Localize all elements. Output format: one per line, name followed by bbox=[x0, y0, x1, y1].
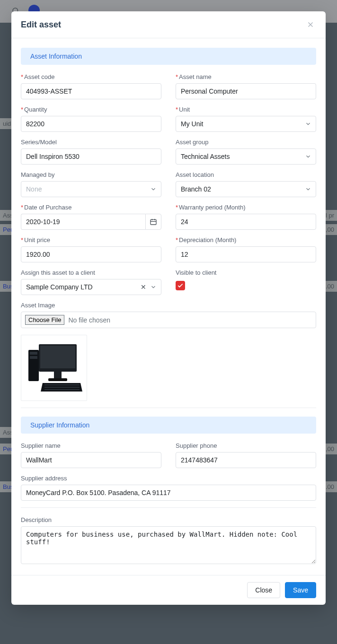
calendar-icon[interactable] bbox=[145, 214, 161, 230]
unit-price-label: *Unit price bbox=[21, 236, 161, 244]
asset-image-file-input[interactable]: Choose File No file chosen bbox=[21, 312, 316, 328]
modal-title: Edit asset bbox=[21, 20, 61, 30]
section-supplier-information: Supplier Information bbox=[21, 417, 316, 434]
depreciation-label: *Depreciation (Month) bbox=[176, 236, 316, 244]
description-label: Description bbox=[21, 516, 316, 523]
assign-client-label: Assign this asset to a client bbox=[21, 269, 161, 276]
svg-rect-4 bbox=[151, 219, 156, 225]
modal-footer: Close Save bbox=[11, 575, 326, 605]
visible-to-client-checkbox[interactable] bbox=[176, 281, 185, 290]
quantity-input[interactable] bbox=[21, 116, 161, 132]
managed-by-label: Managed by bbox=[21, 171, 161, 178]
section-asset-information: Asset Information bbox=[21, 48, 316, 65]
edit-asset-modal: Edit asset Asset Information *Asset code… bbox=[11, 11, 326, 605]
svg-rect-13 bbox=[30, 352, 37, 355]
close-icon[interactable] bbox=[305, 19, 316, 30]
svg-rect-11 bbox=[48, 378, 67, 381]
quantity-label: *Quantity bbox=[21, 106, 161, 113]
supplier-address-label: Supplier address bbox=[21, 475, 316, 482]
asset-location-select[interactable]: Branch 02 bbox=[176, 181, 316, 197]
choose-file-button[interactable]: Choose File bbox=[25, 315, 64, 325]
asset-name-input[interactable] bbox=[176, 83, 316, 99]
modal-header: Edit asset bbox=[11, 11, 326, 38]
modal-body: Asset Information *Asset code *Asset nam… bbox=[11, 38, 326, 575]
supplier-phone-label: Supplier phone bbox=[176, 442, 316, 449]
svg-rect-9 bbox=[40, 346, 75, 368]
description-textarea[interactable] bbox=[21, 526, 316, 564]
chevron-down-icon bbox=[150, 284, 157, 290]
close-button[interactable]: Close bbox=[247, 582, 280, 598]
section-divider bbox=[21, 408, 316, 408]
file-status-text: No file chosen bbox=[68, 316, 110, 324]
asset-group-label: Asset group bbox=[176, 139, 316, 146]
clear-icon[interactable]: ✕ bbox=[141, 283, 146, 291]
unit-label: *Unit bbox=[176, 106, 316, 113]
unit-select[interactable]: My Unit bbox=[176, 116, 316, 132]
svg-rect-14 bbox=[30, 356, 37, 359]
warranty-period-input[interactable] bbox=[176, 214, 316, 230]
visible-to-client-label: Visible to client bbox=[176, 269, 316, 276]
supplier-name-input[interactable] bbox=[21, 452, 161, 468]
managed-by-select[interactable]: None bbox=[21, 181, 161, 197]
date-of-purchase-input[interactable] bbox=[21, 214, 145, 230]
date-of-purchase-label: *Date of Purchase bbox=[21, 204, 161, 211]
section-divider bbox=[21, 507, 316, 508]
series-model-input[interactable] bbox=[21, 148, 161, 165]
supplier-name-label: Supplier name bbox=[21, 442, 161, 449]
asset-group-select[interactable]: Technical Assets bbox=[176, 148, 316, 165]
save-button[interactable]: Save bbox=[285, 582, 316, 598]
asset-image-label: Asset Image bbox=[21, 302, 316, 309]
asset-name-label: *Asset name bbox=[176, 73, 316, 80]
supplier-address-input[interactable] bbox=[21, 485, 316, 501]
warranty-period-label: *Warranty period (Month) bbox=[176, 204, 316, 211]
asset-code-input[interactable] bbox=[21, 83, 161, 99]
asset-code-label: *Asset code bbox=[21, 73, 161, 80]
depreciation-input[interactable] bbox=[176, 246, 316, 262]
asset-location-label: Asset location bbox=[176, 171, 316, 178]
unit-price-input[interactable] bbox=[21, 246, 161, 262]
computer-icon bbox=[26, 339, 82, 396]
series-model-label: Series/Model bbox=[21, 139, 161, 146]
svg-rect-10 bbox=[54, 372, 62, 378]
supplier-phone-input[interactable] bbox=[176, 452, 316, 468]
asset-image-preview bbox=[21, 335, 87, 401]
